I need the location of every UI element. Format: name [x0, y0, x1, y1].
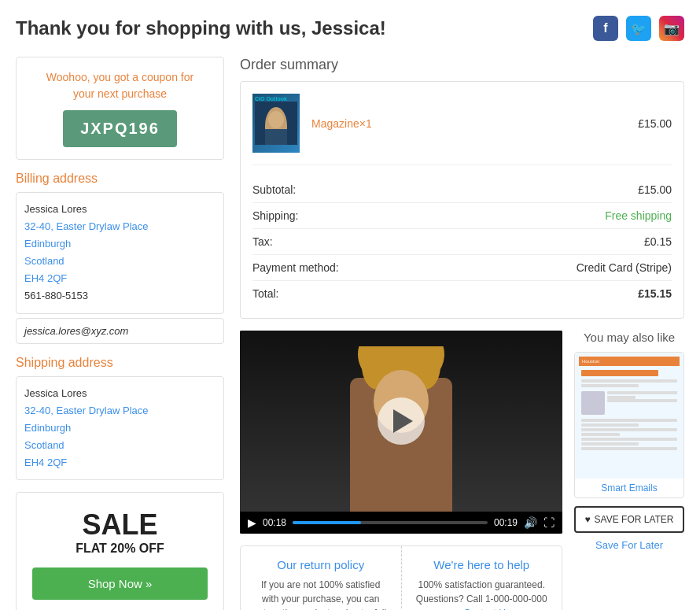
save-for-later-button[interactable]: ♥ SAVE FOR LATER	[574, 506, 684, 533]
time-elapsed: 00:18	[263, 517, 286, 528]
play-button[interactable]	[378, 397, 425, 445]
shop-now-button[interactable]: Shop Now »	[32, 567, 208, 600]
order-summary-title: Order summary	[240, 57, 684, 73]
video-container[interactable]: ▶ 00:18 00:19 🔊 ⛶	[240, 331, 562, 534]
sale-section: SALE FLAT 20% OFF Shop Now »	[16, 492, 224, 610]
facebook-icon[interactable]: f	[593, 16, 618, 41]
billing-address: Jessica Lores 32-40, Easter Drylaw Place…	[16, 192, 224, 314]
video-section: ▶ 00:18 00:19 🔊 ⛶	[240, 331, 562, 534]
shipping-address: Jessica Lores 32-40, Easter Drylaw Place…	[16, 376, 224, 480]
heart-icon: ♥	[584, 514, 590, 525]
return-policy-panel: Our return policy If you are not 100% sa…	[241, 546, 402, 610]
page-title: Thank you for shopping with us, Jessica!	[16, 17, 386, 39]
product-label: Smart Emails	[575, 479, 683, 497]
recommended-product[interactable]: Houston	[574, 352, 684, 498]
payment-row: Payment method: Credit Card (Stripe)	[252, 255, 672, 281]
shipping-section: Shipping address Jessica Lores 32-40, Ea…	[16, 356, 224, 480]
you-may-like-title: You may also like	[574, 331, 684, 344]
you-may-like-section: You may also like Houston	[574, 331, 684, 610]
sale-subtitle: FLAT 20% OFF	[32, 542, 208, 556]
product-name: Magazine×1	[311, 117, 638, 130]
volume-button[interactable]: 🔊	[524, 516, 537, 529]
help-panel: We're here to help 100% satisfaction gua…	[402, 546, 562, 610]
billing-section: Billing address Jessica Lores 32-40, Eas…	[16, 172, 224, 344]
shipping-title: Shipping address	[16, 356, 224, 370]
time-total: 00:19	[494, 517, 518, 528]
product-price: £15.00	[638, 117, 672, 130]
total-row: Total: £15.15	[252, 281, 672, 306]
return-policy-title: Our return policy	[252, 558, 389, 571]
subtotal-row: Subtotal: £15.00	[252, 177, 672, 203]
return-policy-text: If you are not 100% satisfied with your …	[252, 578, 389, 610]
billing-title: Billing address	[16, 172, 224, 186]
help-title: We're here to help	[414, 558, 551, 571]
shipping-row: Shipping: Free shipping	[252, 203, 672, 229]
twitter-icon[interactable]: 🐦	[626, 16, 651, 41]
product-image: CIO Outlook	[252, 94, 300, 153]
coupon-text: Woohoo, you got a coupon for your next p…	[28, 69, 212, 102]
info-panels: Our return policy If you are not 100% sa…	[240, 545, 562, 610]
progress-bar[interactable]	[293, 521, 488, 524]
coupon-code[interactable]: JXPQ196	[63, 110, 177, 147]
coupon-section: Woohoo, you got a coupon for your next p…	[16, 57, 224, 160]
save-for-later-label: Save For Later	[574, 539, 684, 551]
tax-row: Tax: £0.15	[252, 229, 672, 255]
instagram-icon[interactable]: 📷	[659, 16, 684, 41]
fullscreen-button[interactable]: ⛶	[543, 516, 554, 529]
video-controls: ▶ 00:18 00:19 🔊 ⛶	[240, 512, 562, 534]
order-card: CIO Outlook Magazine×1 £15.00	[240, 81, 684, 319]
billing-email: jessica.lores@xyz.com	[16, 318, 224, 344]
help-text: 100% satisfaction guaranteed. Questions?…	[414, 578, 551, 610]
sale-title: SALE	[32, 508, 208, 542]
play-pause-button[interactable]: ▶	[248, 516, 256, 529]
